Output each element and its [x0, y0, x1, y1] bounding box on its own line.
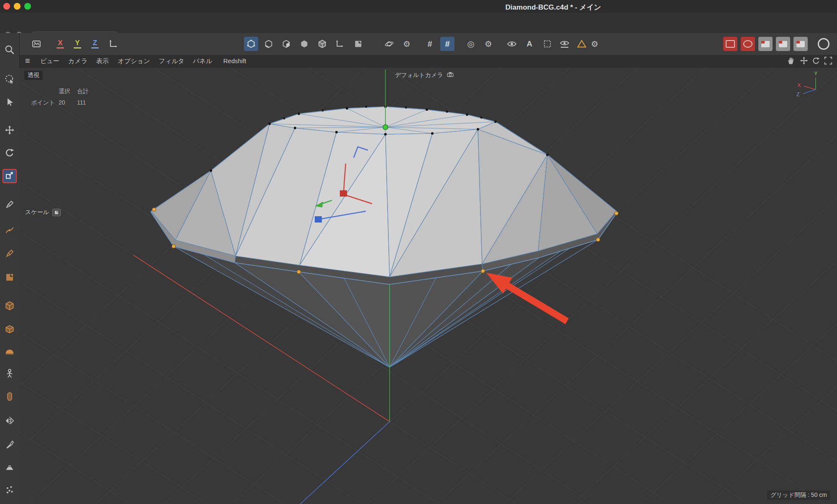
axis-x-lock-button[interactable]: X: [54, 37, 67, 51]
selected-point[interactable]: [481, 269, 485, 273]
camera-icon[interactable]: [447, 71, 454, 79]
workplane-axes-icon: [108, 39, 118, 49]
menu-redshift[interactable]: Redshift: [223, 57, 246, 64]
menu-options[interactable]: オプション: [118, 57, 150, 65]
render-queue-icon: [796, 41, 805, 47]
capsule-icon: [4, 391, 15, 404]
magnifier-icon: [4, 44, 15, 57]
snap-settings-button[interactable]: ⚙: [481, 37, 496, 51]
selection-stats: 選択 合計 ポイント 20 111: [31, 88, 96, 107]
symmetry-tool[interactable]: [3, 414, 17, 429]
menu-display[interactable]: 表示: [96, 57, 109, 65]
zoom-window-button[interactable]: [24, 3, 31, 10]
render-view-button[interactable]: [29, 37, 44, 51]
axis-y-lock-button[interactable]: Y: [71, 37, 84, 51]
workplane-grid-button[interactable]: #: [423, 37, 437, 51]
interactive-render-button[interactable]: [776, 37, 790, 51]
viewport-filter-button[interactable]: [505, 37, 519, 51]
snap-enabled-button[interactable]: #: [440, 37, 454, 51]
eye-icon: [507, 39, 517, 49]
cube-primitive-tool[interactable]: [3, 299, 17, 314]
box-tool[interactable]: [3, 322, 17, 337]
selected-point[interactable]: [297, 270, 301, 274]
move-icon: [799, 56, 809, 67]
enable-axis-button[interactable]: [382, 37, 396, 51]
knife-tool[interactable]: [3, 438, 17, 453]
render-view-icon: [726, 40, 735, 48]
scale-tool[interactable]: [3, 169, 17, 183]
selection-filter-button[interactable]: [540, 37, 555, 51]
render-picture-viewer-button[interactable]: [741, 37, 755, 51]
modeling-settings-button[interactable]: ⚙: [588, 37, 602, 51]
zoom-tool[interactable]: [3, 43, 17, 58]
projection-label[interactable]: 透視: [24, 71, 43, 80]
gizmo-red-handle[interactable]: [340, 190, 347, 197]
pan-view-button[interactable]: [786, 56, 796, 67]
edit-render-settings-button[interactable]: [758, 37, 773, 51]
selected-point[interactable]: [152, 208, 156, 212]
capsule-tool[interactable]: [3, 390, 17, 404]
polygons-mode-icon: [281, 39, 291, 49]
sculpt-pen-tool[interactable]: [3, 247, 17, 261]
toggle-views-button[interactable]: [823, 56, 834, 67]
texture-mode-button[interactable]: [351, 37, 365, 51]
stats-header-total: 合計: [77, 88, 96, 95]
half-cylinder-icon: [4, 346, 15, 358]
selected-point[interactable]: [596, 238, 600, 242]
polygon-pen-tool[interactable]: [3, 271, 17, 285]
move-tool[interactable]: [3, 124, 17, 138]
axis-orientation-gizmo[interactable]: Y X Z: [791, 69, 829, 103]
move-view-button[interactable]: [798, 56, 809, 67]
xray-button[interactable]: [557, 37, 572, 51]
falloff-button[interactable]: [575, 37, 589, 51]
points-mode-button[interactable]: [244, 37, 258, 51]
coordinate-system-button[interactable]: [106, 37, 120, 51]
stats-row-label: ポイント: [31, 99, 59, 107]
render-active-view-button[interactable]: [723, 37, 737, 51]
renderer-status-button[interactable]: [816, 37, 831, 51]
edges-mode-icon: [264, 39, 274, 49]
scatter-tool[interactable]: [3, 484, 17, 498]
diamond-model[interactable]: [151, 107, 616, 367]
menu-panel[interactable]: パネル: [193, 57, 212, 65]
close-window-button[interactable]: [3, 3, 10, 10]
model-mode-button[interactable]: [315, 37, 329, 51]
edges-mode-button[interactable]: [262, 37, 276, 51]
viewport-hamburger-button[interactable]: ≡: [25, 56, 30, 66]
render-queue-button[interactable]: [793, 37, 808, 51]
menu-filter[interactable]: フィルタ: [159, 57, 184, 65]
selected-point[interactable]: [172, 245, 176, 248]
half-cylinder-tool[interactable]: [3, 345, 17, 359]
axis-settings-button[interactable]: ⚙: [400, 37, 414, 51]
rotate-icon: [4, 147, 15, 160]
tweak-mode-button[interactable]: [297, 37, 311, 51]
viewport-menu-bar: ≡ ビュー カメラ 表示 オプション フィルタ パネル Redshift: [19, 55, 837, 68]
stats-header-selected: 選択: [59, 88, 77, 95]
stats-total-count: 111: [77, 99, 96, 107]
cursor-icon: [5, 97, 15, 109]
live-selection-tool[interactable]: [3, 73, 17, 87]
figure-tool[interactable]: [3, 367, 17, 381]
menu-view[interactable]: ビュー: [40, 57, 59, 65]
quantize-button[interactable]: ◎: [464, 37, 478, 51]
orbit-view-button[interactable]: [811, 56, 822, 67]
render-settings-icon: [761, 41, 770, 47]
polygons-mode-button[interactable]: [279, 37, 293, 51]
menu-camera[interactable]: カメラ: [68, 57, 87, 65]
iron-tool[interactable]: [3, 461, 17, 476]
active-point-green[interactable]: [383, 125, 388, 130]
viewport[interactable]: 透視 選択 合計 ポイント 20 111 スケール デフォルトカメラ グリッド間…: [19, 68, 837, 504]
spline-pen-tool[interactable]: [3, 224, 17, 238]
axis-z-lock-button[interactable]: Z: [89, 37, 101, 51]
camera-label[interactable]: デフォルトカメラ: [395, 71, 454, 79]
cube-icon: [317, 39, 327, 49]
workplane-mode-button[interactable]: [332, 37, 347, 51]
selection-tool[interactable]: [3, 96, 17, 110]
gizmo-blue-handle[interactable]: [315, 216, 322, 223]
selected-point[interactable]: [615, 212, 619, 215]
pen-tool[interactable]: [3, 198, 17, 212]
viewport-canvas[interactable]: [19, 68, 837, 504]
rotate-tool[interactable]: [3, 146, 17, 161]
annotation-button[interactable]: A: [522, 37, 537, 51]
minimize-window-button[interactable]: [14, 3, 21, 10]
